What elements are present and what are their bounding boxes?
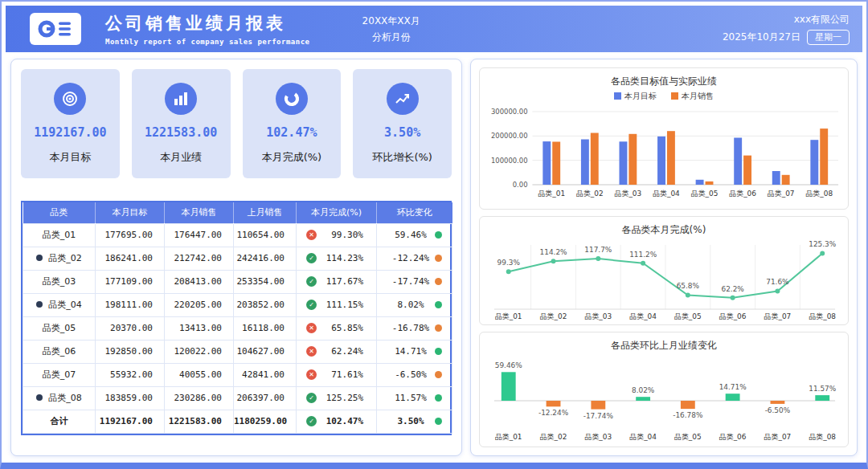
last-month-cell: 16118.00 [234,316,297,340]
target-cell: 186241.00 [96,247,165,270]
svg-text:品类_02: 品类_02 [576,190,604,198]
change-cell: -6.50% [377,363,452,386]
weekday-badge: 星期一 [807,30,850,45]
kpi-value: 3.50% [384,125,420,140]
legend-item: 本月销售 [671,91,714,102]
svg-text:品类_01: 品类_01 [495,312,522,320]
company-block: xxx有限公司 2025年10月27日 星期一 [723,13,850,45]
svg-text:8.02%: 8.02% [632,386,655,394]
category-cell: 品类_01 [23,223,96,247]
sales-cell: 176447.00 [165,223,234,247]
svg-text:200000.00: 200000.00 [491,132,528,140]
svg-text:品类_08: 品类_08 [809,433,836,441]
svg-text:品类_01: 品类_01 [538,190,565,198]
sales-table: 品类 本月目标 本月销售 上月销售 本月完成(%) 环比变化 品类_01 177… [23,202,452,434]
kpi-label: 本月业绩 [160,150,202,165]
page-subtitle: Monthly report of company sales performa… [105,38,310,46]
summary-panel: 1192167.00 本月目标 1221583.00 本月业绩 [10,59,462,456]
check-circle-icon: ✓ [306,393,317,403]
completion-cell: ✕99.30% [297,223,377,247]
table-body: 品类_01 177695.00 176447.00 110654.00 ✕99.… [23,223,452,433]
check-circle-icon: ✓ [306,416,317,426]
main-content: 1192167.00 本月目标 1221583.00 本月业绩 [6,52,862,459]
svg-text:品类_02: 品类_02 [540,433,567,441]
analysis-period: 20XX年XX月 分析月份 [362,13,420,46]
last-month-cell: 253354.00 [234,270,297,293]
last-month-cell: 242416.00 [234,247,297,270]
change-cell: -16.78% [377,316,452,340]
svg-text:111.2%: 111.2% [629,251,657,259]
change-cell: 8.02% [377,293,452,316]
flag-dot-icon [36,255,43,261]
completion-line-chart: 99.3%品类_01114.2%品类_02117.7%品类_03111.2%品类… [485,239,843,322]
up-dot-icon [435,394,442,402]
svg-text:品类_06: 品类_06 [729,190,756,198]
svg-text:300000.00: 300000.00 [491,108,528,116]
legend-swatch [614,92,621,100]
sales-cell: 40055.00 [165,363,234,386]
sales-cell: 208413.00 [165,270,234,293]
cross-circle-icon: ✕ [306,230,317,240]
col-category: 品类 [23,202,96,223]
legend-swatch [671,92,678,100]
target-cell: 177695.00 [96,223,165,247]
sales-cell: 230286.00 [165,386,234,410]
trend-up-icon [387,83,419,115]
completion-cell: ✓114.23% [297,247,377,270]
target-vs-sales-bar-chart: 0.00100000.00200000.00300000.00品类_01品类_0… [485,102,843,206]
check-circle-icon: ✓ [306,253,317,263]
sales-cell: 212742.00 [165,247,234,270]
logo-icon [37,18,74,39]
last-month-cell: 206397.00 [234,386,297,410]
flag-dot-icon [36,301,43,308]
col-month-sales: 本月销售 [165,202,234,223]
change-cell: -12.24% [377,247,452,270]
target-cell: 1192167.00 [96,410,165,433]
charts-panel: 各品类目标值与实际业绩 本月目标本月销售 0.00100000.00200000… [470,59,858,456]
check-circle-icon: ✓ [306,276,317,287]
pie-chart-icon [276,83,308,115]
table-row: 品类_02 186241.00 212742.00 242416.00 ✓114… [23,247,452,270]
col-last-month-sales: 上月销售 [234,202,297,223]
kpi-value: 102.47% [266,125,317,140]
down-dot-icon [435,278,442,285]
target-cell: 198111.00 [96,293,165,316]
table-row: 品类_05 20370.00 13413.00 16118.00 ✕65.85%… [23,316,452,340]
last-month-cell: 1180259.00 [234,410,297,433]
target-cell: 192850.00 [96,340,165,363]
svg-text:品类_03: 品类_03 [585,312,612,320]
table-row: 品类_03 177109.00 208413.00 253354.00 ✓117… [23,270,452,293]
sales-cell: 220205.00 [165,293,234,316]
svg-text:品类_01: 品类_01 [495,433,522,441]
svg-text:品类_05: 品类_05 [691,190,719,198]
svg-text:11.57%: 11.57% [809,385,836,393]
svg-text:品类_04: 品类_04 [653,190,680,198]
category-cell: 品类_06 [23,340,96,363]
change-cell: 59.46% [377,223,452,247]
company-name: xxx有限公司 [723,13,850,27]
completion-cell: ✓111.15% [297,293,377,316]
category-cell: 品类_08 [23,386,96,410]
col-completion: 本月完成(%) [297,202,377,223]
svg-text:品类_03: 品类_03 [585,433,612,441]
target-cell: 20370.00 [96,316,165,340]
svg-text:-12.24%: -12.24% [538,409,569,417]
sales-cell: 1221583.00 [165,410,234,433]
target-icon [54,83,86,115]
svg-text:品类_05: 品类_05 [674,433,702,441]
completion-cell: ✓125.25% [297,386,377,410]
svg-text:品类_08: 品类_08 [805,190,833,198]
change-cell: 3.50% [377,410,452,433]
svg-text:71.6%: 71.6% [766,278,789,286]
table-row: 品类_01 177695.00 176447.00 110654.00 ✕99.… [23,223,452,247]
title-block: 公司销售业绩月报表 Monthly report of company sale… [105,12,310,46]
category-cell: 品类_02 [23,247,96,270]
page-title: 公司销售业绩月报表 [105,12,310,35]
up-dot-icon [435,301,442,308]
kpi-month-target: 1192167.00 本月目标 [21,69,120,178]
change-cell: 11.57% [377,386,452,410]
down-dot-icon [435,324,442,332]
up-dot-icon [435,231,442,239]
svg-text:59.46%: 59.46% [495,361,522,369]
svg-text:品类_07: 品类_07 [764,312,792,320]
